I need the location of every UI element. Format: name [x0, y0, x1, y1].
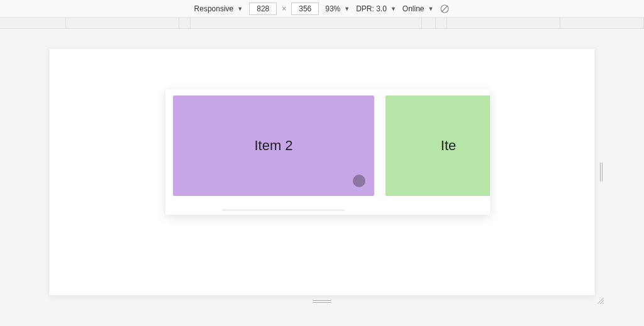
rotate-button[interactable]	[440, 4, 450, 14]
svg-line-1	[441, 6, 448, 12]
ruler-segment	[447, 18, 560, 28]
carousel-card: Item 2 Ite	[165, 89, 490, 215]
dimension-separator: ×	[282, 4, 286, 13]
chevron-down-icon: ▼	[428, 6, 433, 12]
network-label: Online	[402, 4, 425, 13]
touch-indicator-icon	[353, 175, 365, 187]
ruler-segment	[560, 18, 644, 28]
dpr-label: DPR: 3.0	[356, 4, 387, 13]
device-mode-label: Responsive	[194, 4, 234, 13]
ruler	[0, 18, 644, 29]
ruler-segment	[191, 18, 422, 28]
resize-handle-bottom[interactable]	[313, 300, 331, 304]
device-mode-select[interactable]: Responsive ▼	[194, 4, 243, 13]
resize-handle-right[interactable]	[600, 163, 604, 182]
ruler-segment	[179, 18, 191, 28]
chevron-down-icon: ▼	[391, 6, 396, 12]
carousel-item-label: Ite	[441, 138, 456, 154]
svg-line-4	[602, 303, 604, 304]
ruler-segment	[436, 18, 447, 28]
device-frame: Item 2 Ite	[48, 48, 596, 296]
ruler-segment	[422, 18, 436, 28]
dimensions-group: ×	[249, 3, 319, 15]
carousel-item[interactable]: Item 2	[173, 95, 374, 196]
carousel-item[interactable]: Ite	[386, 95, 490, 196]
throttling-select[interactable]: Online ▼	[402, 4, 434, 13]
scrollbar[interactable]	[222, 209, 345, 211]
carousel-item-label: Item 2	[254, 138, 292, 154]
height-input[interactable]	[291, 3, 319, 15]
width-input[interactable]	[249, 3, 277, 15]
zoom-label: 93%	[325, 4, 340, 13]
ruler-segment	[0, 18, 66, 28]
carousel-track[interactable]: Item 2 Ite	[173, 95, 482, 196]
zoom-select[interactable]: 93% ▼	[325, 4, 350, 13]
chevron-down-icon: ▼	[344, 6, 350, 12]
chevron-down-icon: ▼	[237, 6, 243, 12]
resize-handle-corner[interactable]	[596, 296, 604, 304]
viewport-area: Item 2 Ite	[0, 29, 644, 326]
ruler-segment	[66, 18, 179, 28]
dpr-select[interactable]: DPR: 3.0 ▼	[356, 4, 396, 13]
device-toolbar: Responsive ▼ × 93% ▼ DPR: 3.0 ▼ Online ▼	[0, 0, 644, 18]
